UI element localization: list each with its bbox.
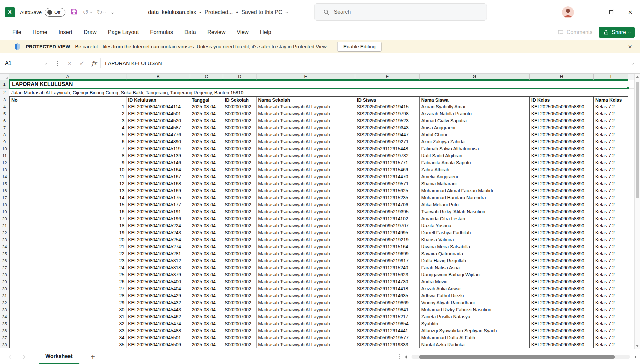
cell[interactable]: Azmi Zakiyya Zahida [420,138,530,145]
cell[interactable]: 2025-08-04 [190,271,223,278]
row-header-35[interactable]: 35 [0,320,9,327]
ribbon-tab-formulas[interactable]: Formulas [144,24,179,40]
cell[interactable]: KEL20250505090358890 [530,131,594,138]
cell[interactable]: SIS20250505095219343 [355,124,420,131]
cell[interactable]: S002007002 [223,306,256,313]
cell[interactable]: Madrasah Tsanawiyah Al-Layyinah [256,292,355,299]
cell[interactable]: KEL20250505090358890 [530,243,594,250]
cell[interactable]: Madrasah Tsanawiyah Al-Layyinah [256,173,355,180]
cell[interactable]: 26 [9,278,126,285]
cell[interactable]: Kelas 7.2 [594,320,628,327]
cell[interactable]: Afika Meliani Putri [420,201,530,208]
scroll-up-icon[interactable] [636,76,639,78]
cell[interactable]: Madrasah Tsanawiyah Al-Layyinah [256,194,355,201]
row-header-30[interactable]: 30 [0,285,9,292]
cell[interactable]: 2025-08-04 [190,257,223,264]
cell[interactable]: KEL20250505090358890 [530,236,594,243]
ribbon-tab-help[interactable]: Help [254,24,277,40]
cell-A1-selected[interactable]: LAPORAN KELULUSAN [9,80,628,89]
cell[interactable]: Savaira Qatrunnada [420,250,530,257]
previous-sheet-button[interactable] [9,355,12,358]
cell[interactable]: KEL20250804100944520 [126,117,190,124]
cell[interactable]: 2025-08-04 [190,222,223,229]
cell[interactable]: KEL20250505090358890 [530,334,594,341]
comments-button[interactable]: Comments [557,29,592,36]
cell[interactable]: SIS20250529112914470 [355,173,420,180]
cell[interactable]: 2025-08-04 [190,306,223,313]
cell[interactable]: Anisa Anggraeni [420,124,530,131]
row-header-28[interactable]: 28 [0,271,9,278]
cell[interactable]: SIS20250505095219577 [355,334,420,341]
cell[interactable]: Azuan Syahrilly Amar [420,103,530,110]
cell[interactable]: Kelas 7.2 [594,159,628,166]
cell[interactable]: Madrasah Tsanawiyah Al-Layyinah [256,236,355,243]
cell[interactable]: KEL20250804100945501 [126,334,190,341]
cell[interactable]: Kelas 7.2 [594,264,628,271]
cell[interactable]: 12 [9,180,126,187]
cell[interactable]: Rafif Sadid Algibran [420,152,530,159]
cell[interactable]: Kelas 7.2 [594,236,628,243]
cell[interactable]: KEL20250804100944114 [126,103,190,110]
cell[interactable]: KEL20250804100945254 [126,236,190,243]
cell[interactable]: Kelas 7.2 [594,250,628,257]
cell[interactable]: 18 [9,222,126,229]
formula-bar-expand-button[interactable] [625,53,640,73]
cell[interactable]: S002007002 [223,257,256,264]
cell[interactable]: 2 [9,110,126,117]
cell[interactable]: Madrasah Tsanawiyah Al-Layyinah [256,201,355,208]
cell[interactable]: KEL20250505090358890 [530,306,594,313]
search-box[interactable]: Search [314,3,487,21]
cell[interactable]: SIS20250529112915164 [355,243,420,250]
cell[interactable]: Kelas 7.2 [594,201,628,208]
cell[interactable]: Madrasah Tsanawiyah Al-Layyinah [256,257,355,264]
cell[interactable]: Kelas 7.2 [594,110,628,117]
cell[interactable]: Madrasah Tsanawiyah Al-Layyinah [256,341,355,348]
scroll-down-icon[interactable] [636,345,639,347]
cell[interactable]: Kelas 7.2 [594,117,628,124]
row-header-16[interactable]: 16 [0,187,9,194]
cell[interactable]: S002007002 [223,138,256,145]
name-box-chevron-icon[interactable] [45,62,47,64]
cell[interactable]: 2025-08-04 [190,285,223,292]
cell[interactable]: 2025-08-04 [190,131,223,138]
cell[interactable]: 34 [9,334,126,341]
cell[interactable]: 4 [9,124,126,131]
cell[interactable]: 19 [9,229,126,236]
horizontal-scrollbar-thumb[interactable] [419,355,615,359]
cell[interactable]: S002007002 [223,215,256,222]
cell[interactable]: SIS20250505095219447 [355,131,420,138]
cell[interactable]: 2025-08-04 [190,103,223,110]
cell[interactable]: KEL20250804100945462 [126,313,190,320]
cell[interactable]: 2025-08-04 [190,194,223,201]
cell[interactable]: Muhammad Akmal Fauzan Maulidi [420,187,530,194]
row-header-15[interactable]: 15 [0,180,9,187]
avatar[interactable] [562,6,574,18]
cell[interactable]: SIS20250505095219707 [355,222,420,229]
cell[interactable]: S002007002 [223,313,256,320]
cell[interactable]: Kelas 7.2 [594,292,628,299]
cell[interactable]: SIS20250505095219699 [355,250,420,257]
cell[interactable]: 2025-08-04 [190,173,223,180]
cell[interactable]: Nama Sekolah [256,96,355,103]
cell[interactable]: KEL20250804100945474 [126,320,190,327]
cell[interactable]: KEL20250505090358890 [530,320,594,327]
cell[interactable]: Kelas 7.2 [594,152,628,159]
cell[interactable]: Madrasah Tsanawiyah Al-Layyinah [256,320,355,327]
row-header-11[interactable]: 11 [0,152,9,159]
insert-function-button[interactable]: ƒx [88,53,100,73]
formula-options-dots[interactable] [51,53,63,73]
cell[interactable]: S002007002 [223,173,256,180]
cell[interactable]: S002007002 [223,208,256,215]
row-header-32[interactable]: 32 [0,299,9,306]
cell[interactable]: 2025-08-04 [190,110,223,117]
cell[interactable]: Madrasah Tsanawiyah Al-Layyinah [256,327,355,334]
cell[interactable]: S002007002 [223,299,256,306]
row-header-5[interactable]: 5 [0,110,9,117]
customize-quick-access-button[interactable] [110,11,114,14]
cell[interactable]: S002007002 [223,320,256,327]
cell[interactable]: KEL20250804100944890 [126,138,190,145]
cell[interactable]: KEL20250505090358890 [530,215,594,222]
row-header-21[interactable]: 21 [0,222,9,229]
cell[interactable]: SIS20250529112915771 [355,159,420,166]
column-header-f[interactable]: F [355,74,420,80]
